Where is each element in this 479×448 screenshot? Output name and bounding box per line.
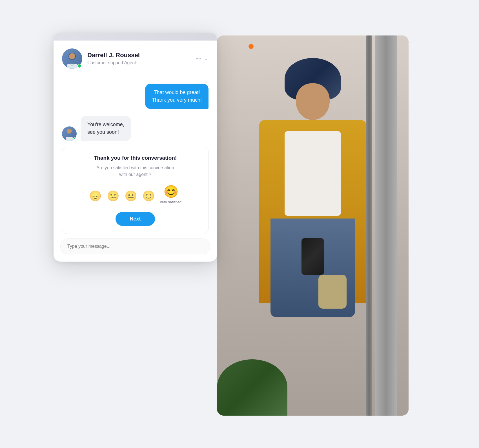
background-photo [217, 35, 409, 416]
agent-name: Darrell J. Roussel [87, 52, 140, 59]
agent-msg-online-dot [73, 137, 76, 141]
agent-info: Darrell J. Roussel Customer support Agen… [87, 52, 140, 65]
emoji-item-4[interactable]: 🙂 [142, 190, 155, 204]
plant [217, 359, 287, 416]
emoji-very-satisfied[interactable]: 😊 [163, 184, 178, 199]
scene: Darrell J. Roussel Customer support Agen… [70, 27, 409, 421]
user-bubble: That would be great!Thank you very much! [145, 84, 209, 109]
emoji-item-1[interactable]: 😞 [89, 190, 102, 204]
agent-title: Customer support Agent [87, 60, 140, 65]
dot2 [199, 58, 201, 59]
message-input[interactable] [60, 239, 210, 254]
woman-figure [217, 35, 409, 416]
emoji-neutral[interactable]: 😐 [125, 190, 137, 202]
phone [301, 238, 324, 275]
white-top [285, 131, 341, 216]
svg-point-2 [69, 53, 75, 59]
emoji-dissatisfied[interactable]: 😕 [107, 190, 119, 202]
dot1 [196, 58, 198, 59]
face [296, 83, 330, 120]
widget-topbar [54, 33, 217, 41]
svg-point-4 [67, 129, 72, 134]
next-button[interactable]: Next [116, 212, 155, 226]
user-message: That would be great!Thank you very much! [62, 84, 209, 109]
agent-avatar-container [62, 48, 82, 69]
emoji-very-dissatisfied[interactable]: 😞 [89, 190, 102, 202]
chat-widget: Darrell J. Roussel Customer support Agen… [54, 33, 217, 262]
emoji-satisfied[interactable]: 🙂 [142, 190, 155, 202]
chat-input-area [60, 239, 210, 254]
next-button-container: Next [69, 207, 201, 226]
bag [318, 275, 347, 309]
emoji-item-2[interactable]: 😕 [107, 190, 119, 204]
svg-rect-6 [66, 137, 73, 141]
agent-bubble: You're welcome,see you soon! [81, 116, 131, 141]
emoji-label-5: very satisfied [160, 200, 181, 204]
orange-dot-decoration [249, 44, 254, 49]
header-controls: ⌄ [196, 56, 209, 61]
agent-message: You're welcome,see you soon! [62, 116, 209, 141]
outfit [256, 120, 369, 317]
chat-header: Darrell J. Roussel Customer support Agen… [54, 41, 217, 75]
satisfaction-title: Thank you for this conversation! [69, 155, 201, 161]
emoji-rating-row: 😞 😕 😐 🙂 😊 very satisfied [69, 186, 201, 204]
head-area [287, 58, 338, 120]
satisfaction-subtitle: Are you satisfied with this conversation… [69, 164, 201, 178]
curtain-element [375, 35, 397, 416]
emoji-item-3[interactable]: 😐 [125, 190, 137, 204]
chevron-down-icon[interactable]: ⌄ [203, 56, 209, 61]
emoji-item-5[interactable]: 😊 very satisfied [160, 186, 181, 204]
satisfaction-card: Thank you for this conversation! Are you… [62, 147, 209, 234]
chat-body: That would be great!Thank you very much!… [54, 75, 217, 147]
online-status-dot [77, 64, 82, 68]
agent-message-avatar [62, 126, 77, 141]
